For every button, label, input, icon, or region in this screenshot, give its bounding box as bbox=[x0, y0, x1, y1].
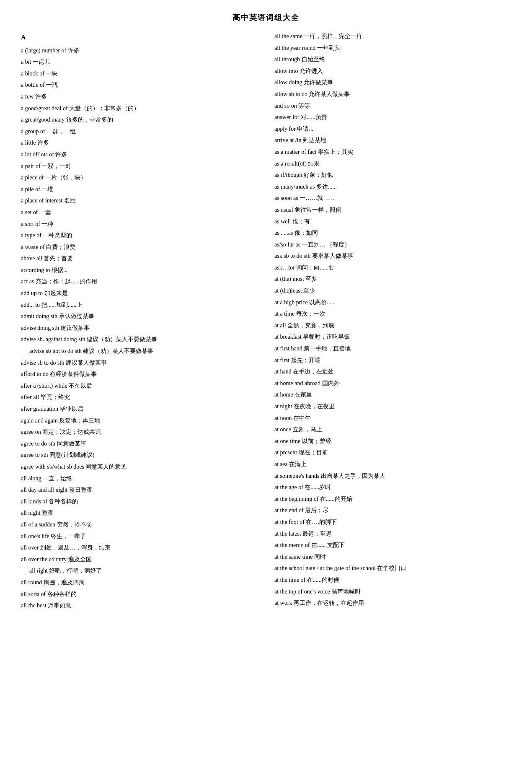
right-column: all the same 一样，照样，完全一样all the year roun… bbox=[274, 31, 511, 612]
right-entry-7: answer for 对......负责 bbox=[274, 112, 511, 123]
right-entry-10: as a matter of fact 事实上；其实 bbox=[274, 147, 511, 158]
left-entry-11: a piece of 一片（张，块） bbox=[21, 172, 258, 184]
right-entry-3: allow into 允许进入 bbox=[274, 66, 511, 77]
right-entry-36: at present 现在；目前 bbox=[274, 447, 511, 459]
left-entry-45: all right 好吧，行吧，病好了 bbox=[21, 565, 258, 577]
left-entry-43: all over 到处，遍及…，浑身，结束 bbox=[21, 542, 258, 554]
left-entry-5: a good/great deal of 大量（的）；非常多（的） bbox=[21, 103, 258, 114]
right-entry-42: at the foot of 在….的脚下 bbox=[274, 517, 511, 528]
right-entry-5: allow sb to do 允许某人做某事 bbox=[274, 89, 511, 100]
right-entry-49: at work 再工作，在运转，在起作用 bbox=[274, 598, 511, 609]
left-entry-12: a pile of 一堆 bbox=[21, 184, 258, 195]
left-entry-2: a block of 一块 bbox=[21, 68, 258, 80]
left-entry-14: a set of 一套 bbox=[21, 207, 258, 218]
left-entry-20: act as 充当；作；起......的作用 bbox=[21, 276, 258, 288]
left-entry-25: advise sb. against doing sth 建议（劝）某人不要做某… bbox=[21, 334, 258, 345]
right-entry-37: at sea 在海上 bbox=[274, 459, 511, 470]
right-entry-29: at hand 在手边，在近处 bbox=[274, 366, 511, 378]
right-entry-48: at the top of one's voice 高声地喊叫 bbox=[274, 586, 511, 598]
left-entries: a (large) number of 许多a bit 一点儿a block o… bbox=[21, 45, 258, 612]
right-entry-33: at noon 在中午 bbox=[274, 413, 511, 424]
left-entry-47: all sorts of 各种各样的 bbox=[21, 589, 258, 600]
left-entry-21: add up to 加起来是 bbox=[21, 288, 258, 299]
right-entry-9: arrive at /in 到达某地 bbox=[274, 135, 511, 146]
right-entry-40: at the beginning of 在......的开始 bbox=[274, 494, 511, 505]
right-entry-1: all the year round 一年到头 bbox=[274, 43, 511, 54]
right-entry-23: at a high price 以高价...... bbox=[274, 297, 511, 308]
left-entry-16: a type of 一种类型的 bbox=[21, 230, 258, 241]
right-entry-6: and so on 等等 bbox=[274, 101, 511, 112]
left-entry-8: a little 许多 bbox=[21, 137, 258, 149]
right-entry-4: allow doing 允许做某事 bbox=[274, 77, 511, 88]
right-entry-16: as well 也；有 bbox=[274, 216, 511, 228]
left-entry-33: agree on 商定；决定；达成共识 bbox=[21, 427, 258, 438]
left-entry-31: after graduation 毕业以后 bbox=[21, 404, 258, 415]
left-entry-15: a sort of 一种 bbox=[21, 219, 258, 230]
left-entry-39: all kinds of 各种各样的 bbox=[21, 496, 258, 508]
left-entry-37: all along 一直，始终 bbox=[21, 473, 258, 485]
right-entry-38: at someone's hands 出自某人之手，因为某人 bbox=[274, 471, 511, 482]
left-entry-1: a bit 一点儿 bbox=[21, 57, 258, 68]
left-entry-26: advise sb not to do sth 建议（劝）某人不要做某事 bbox=[21, 346, 258, 357]
left-entry-10: a pair of 一双，一对 bbox=[21, 161, 258, 172]
content-wrapper: A a (large) number of 许多a bit 一点儿a block… bbox=[21, 31, 511, 612]
right-entry-20: ask…for 询问；向......要 bbox=[274, 262, 511, 274]
left-entry-40: all night 整夜 bbox=[21, 508, 258, 519]
left-entry-44: all over the country 遍及全国 bbox=[21, 554, 258, 565]
right-entries: all the same 一样，照样，完全一样all the year roun… bbox=[274, 31, 511, 609]
right-entry-41: at the end of 最后；尽 bbox=[274, 505, 511, 516]
right-entry-17: as......as 像；如同 bbox=[274, 228, 511, 239]
left-entry-29: after a (short) while 不久以后 bbox=[21, 381, 258, 392]
page-title: 高中英语词组大全 bbox=[21, 13, 511, 23]
left-entry-0: a (large) number of 许多 bbox=[21, 45, 258, 57]
right-entry-12: as if/though 好象；好似 bbox=[274, 170, 511, 181]
left-entry-19: according to 根据... bbox=[21, 265, 258, 276]
left-entry-35: agree to sth 同意(计划或建议) bbox=[21, 450, 258, 461]
right-entry-30: at home and abroad 国内外 bbox=[274, 378, 511, 389]
right-entry-15: as usual 象往常一样，照例 bbox=[274, 205, 511, 216]
left-entry-24: advise doing sth 建议做某事 bbox=[21, 323, 258, 334]
left-entry-38: all day and all night 整日整夜 bbox=[21, 485, 258, 496]
right-entry-14: as soon as 一……就…… bbox=[274, 193, 511, 204]
right-entry-19: ask sb to do sth 要求某人做某事 bbox=[274, 251, 511, 262]
section-letter-a: A bbox=[21, 31, 258, 44]
right-entry-2: all through 自始至终 bbox=[274, 54, 511, 65]
left-entry-30: after all 毕竟；终究 bbox=[21, 392, 258, 403]
right-entry-13: as many/much as 多达...... bbox=[274, 181, 511, 193]
right-entry-26: at breakfast 早餐时；正吃早饭 bbox=[274, 332, 511, 343]
right-entry-34: at once 立刻，马上 bbox=[274, 424, 511, 435]
right-entry-43: at the latest 最迟；至迟 bbox=[274, 529, 511, 540]
left-entry-27: advise sb to do sth 建议某人做某事 bbox=[21, 358, 258, 369]
right-entry-11: as a result(of) 结果 bbox=[274, 158, 511, 170]
left-entry-42: all one's life 终生，一辈子 bbox=[21, 531, 258, 542]
right-entry-8: apply for 申请... bbox=[274, 124, 511, 135]
right-entry-44: at the mercy of 在...... 支配下 bbox=[274, 540, 511, 551]
right-entry-25: at all 全然，究竟，到底 bbox=[274, 320, 511, 332]
left-entry-13: a place of interest 名胜 bbox=[21, 195, 258, 207]
left-entry-48: all the best 万事如意 bbox=[21, 600, 258, 612]
left-entry-28: afford to do 有经济条件做某事 bbox=[21, 369, 258, 380]
left-entry-7: a group of 一群，一组 bbox=[21, 126, 258, 137]
right-entry-0: all the same 一样，照样，完全一样 bbox=[274, 31, 511, 42]
right-entry-35: at one time 以前；曾经 bbox=[274, 436, 511, 447]
right-entry-28: at first 起先；开端 bbox=[274, 355, 511, 366]
left-entry-36: agree with sb/what sb does 同意某人的意见 bbox=[21, 461, 258, 473]
right-entry-47: at the time of 在......的时候 bbox=[274, 575, 511, 586]
left-entry-41: all of a sudden 突然，冷不防 bbox=[21, 519, 258, 531]
right-entry-24: at a time 每次；一次 bbox=[274, 308, 511, 320]
left-entry-18: above all 首先；首要 bbox=[21, 253, 258, 264]
left-entry-6: a great/good many 很多的，非常多的 bbox=[21, 114, 258, 126]
left-entry-23: admit doing sth 承认做过某事 bbox=[21, 311, 258, 322]
right-entry-27: at first hand 第一手地，直接地 bbox=[274, 343, 511, 355]
left-column: A a (large) number of 许多a bit 一点儿a block… bbox=[21, 31, 258, 612]
right-entry-21: at (the) most 至多 bbox=[274, 274, 511, 285]
right-entry-46: at the school gate / at the gate of the … bbox=[274, 563, 511, 574]
right-entry-45: at the same time 同时 bbox=[274, 552, 511, 563]
right-entry-32: at night 在夜晚，在夜里 bbox=[274, 401, 511, 412]
right-entry-31: at home 在家里 bbox=[274, 389, 511, 401]
left-entry-9: a lot of/lots of 许多 bbox=[21, 149, 258, 161]
left-entry-3: a bottle of 一瓶 bbox=[21, 80, 258, 91]
left-entry-17: a waste of 白费；浪费 bbox=[21, 242, 258, 253]
left-entry-34: agree to do sth 同意做某事 bbox=[21, 438, 258, 450]
right-entry-18: as/so far as 一直到… （程度） bbox=[274, 239, 511, 251]
